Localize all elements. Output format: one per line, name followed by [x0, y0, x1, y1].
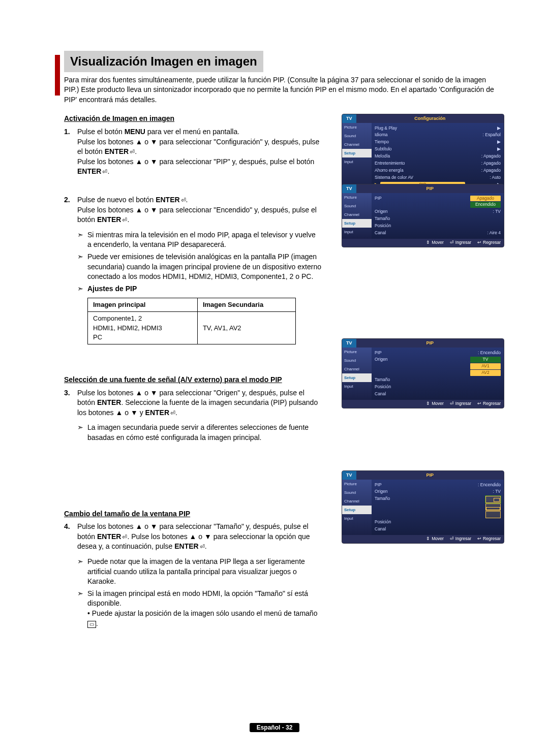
osd-row: Tamaño: [375, 495, 501, 519]
enter-label: ENTER: [145, 408, 169, 417]
text: Pulse el botón: [77, 128, 125, 136]
osd-side-item: Channel: [342, 365, 372, 373]
enter-label: ENTER: [174, 542, 198, 550]
bullet-arrow-icon: ➣: [77, 557, 87, 587]
osd-side-item: Sound: [342, 202, 372, 210]
osd-title: PIP: [356, 339, 504, 348]
enter-icon: [180, 196, 186, 204]
step-num: 4.: [64, 522, 77, 552]
table-cell: TV, AV1, AV2: [197, 312, 295, 344]
enter-icon: [121, 215, 127, 224]
text: Si la imagen principal está en modo HDMI…: [87, 589, 308, 608]
bullet: ➣ Puede ver emisiones de televisión anal…: [77, 252, 321, 282]
osd-side-item: Channel: [342, 140, 372, 149]
osd-row: Tiempo▶: [375, 139, 501, 146]
osd-row: OrigenTVAV1AV2: [375, 356, 501, 376]
osd-footer-enter: Ingresar: [450, 240, 471, 246]
osd-row: Canal: [375, 526, 501, 533]
osd-tv-label: TV: [342, 339, 356, 348]
enter-icon: [199, 542, 205, 550]
osd-row: PIPApagadoEncendido: [375, 195, 501, 209]
bullet: ➣ La imagen secundaria puede servir a di…: [77, 423, 321, 443]
bullet-text: Puede ver emisiones de televisión analóg…: [87, 252, 321, 282]
enter-icon: [169, 408, 175, 417]
osd-row: Tamaño: [375, 376, 501, 384]
bullet-arrow-icon: ➣: [77, 589, 87, 628]
osd-row: Tamaño: [375, 215, 501, 223]
osd-screenshot-pip-origen: TVPIPPictureSoundChannelSetupInputPIP: E…: [342, 338, 504, 408]
osd-side-item: Sound: [342, 356, 372, 365]
text: .: [175, 408, 177, 417]
bullet-arrow-icon: ➣: [77, 423, 87, 443]
osd-side-item: Setup: [342, 149, 372, 158]
intro-text: Para mirar dos fuentes simultáneamente, …: [64, 75, 498, 105]
osd-row: Ahorro energía: Apagado: [375, 167, 501, 174]
osd-tv-label: TV: [342, 114, 356, 123]
osd-side-item: Input: [342, 228, 372, 236]
bullet-text: Si mientras mira la televisión en el mod…: [87, 230, 321, 250]
bullet-text: Puede notar que la imagen de la ventana …: [87, 557, 321, 587]
osd-row: Canal: Aire 4: [375, 230, 501, 237]
bullet-ajustes: ➣ Ajustes de PIP: [77, 284, 321, 294]
osd-row: Posición: [375, 519, 501, 526]
enter-icon: [121, 532, 127, 541]
enter-icon: [101, 167, 107, 175]
bullet: ➣ Puede notar que la imagen de la ventan…: [77, 557, 321, 587]
osd-row: Sistema de color AV: Auto: [375, 174, 501, 181]
osd-screenshot-pip-tamano: TVPIPPictureSoundChannelSetupInputPIP: E…: [342, 470, 504, 544]
page-number-badge: Español - 32: [250, 723, 300, 732]
osd-row: Posición: [375, 384, 501, 391]
osd-row: Entretenimiento: Apagado: [375, 160, 501, 167]
bullet: ➣ Si la imagen principal está en modo HD…: [77, 589, 321, 628]
enter-icon: [129, 147, 135, 155]
bullet: ➣ Si mientras mira la televisión en el m…: [77, 230, 321, 250]
osd-footer-mover: Mover: [426, 240, 444, 246]
pip-size-icon: ▭: [87, 621, 96, 628]
text: Pulse los botones ▲ o ▼ para seleccionar…: [77, 158, 314, 166]
osd-tv-label: TV: [342, 471, 356, 480]
bullet-arrow-icon: ➣: [77, 284, 87, 294]
enter-label: ENTER: [156, 196, 179, 204]
osd-side-item: Picture: [342, 348, 372, 356]
osd-row: Canal: [375, 391, 501, 398]
enter-label: ENTER: [97, 215, 121, 224]
osd-title: PIP: [356, 184, 504, 193]
table-header: Imagen Secundaria: [197, 298, 295, 312]
pip-settings-table: Imagen principal Imagen Secundaria Compo…: [87, 298, 296, 344]
osd-side-item: Sound: [342, 488, 372, 497]
text: • Puede ajustar la posición de la imagen…: [87, 609, 317, 617]
osd-row: Origen: TV: [375, 208, 501, 215]
table-cell: Componente1, 2 HDMI1, HDMI2, HDMI3 PC: [88, 312, 198, 344]
step-num: 3.: [64, 388, 77, 418]
osd-row: Plug & Play▶: [375, 125, 501, 132]
osd-row: Origen: TV: [375, 488, 501, 495]
osd-side-item: Setup: [342, 219, 372, 228]
osd-side-item: Channel: [342, 497, 372, 506]
text: .: [107, 167, 109, 175]
text: .: [135, 147, 137, 155]
enter-label: ENTER: [105, 147, 129, 155]
text: .: [127, 215, 129, 224]
osd-row: Idioma: Español: [375, 132, 501, 139]
osd-row: Posición: [375, 223, 501, 230]
osd-side-item: Channel: [342, 210, 372, 219]
step-num: 1.: [64, 127, 77, 177]
osd-title: PIP: [356, 471, 504, 480]
text: Pulse de nuevo el botón: [77, 196, 156, 204]
osd-side-item: Input: [342, 158, 372, 166]
osd-side-item: Input: [342, 514, 372, 523]
osd-row: PIP: Encendido: [375, 482, 501, 489]
osd-title: Configuración: [356, 114, 504, 123]
enter-label: ENTER: [77, 167, 101, 175]
osd-side-item: Sound: [342, 132, 372, 140]
osd-footer-mover: Mover: [426, 536, 444, 542]
osd-row: Melodía: Apagado: [375, 153, 501, 160]
table-header: Imagen principal: [88, 298, 198, 312]
osd-footer-mover: Mover: [426, 401, 444, 407]
osd-side-item: Setup: [342, 506, 372, 514]
bullet-arrow-icon: ➣: [77, 230, 87, 250]
step-num: 2.: [64, 195, 77, 225]
osd-footer-back: Regresar: [477, 536, 501, 542]
ajustes-pip-label: Ajustes de PIP: [87, 284, 321, 294]
osd-side-item: Picture: [342, 193, 372, 202]
